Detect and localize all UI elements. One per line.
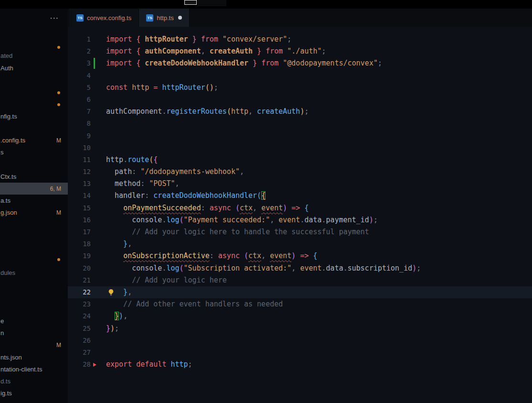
sidebar-item[interactable]: g.jsonM bbox=[0, 207, 68, 218]
sidebar-item-label: d.ts bbox=[0, 378, 11, 385]
modified-dot-icon bbox=[57, 103, 60, 106]
gutter-glyph-margin bbox=[91, 359, 106, 370]
code-line-21[interactable]: 21 // Add your logic here bbox=[68, 274, 532, 286]
sidebar-item[interactable]: s bbox=[0, 146, 68, 158]
line-number[interactable]: 6 bbox=[68, 94, 91, 106]
code-line-16[interactable]: 16 console.log("Payment succeeded:", eve… bbox=[68, 214, 532, 226]
line-number[interactable]: 15 bbox=[68, 202, 91, 214]
line-number[interactable]: 1 bbox=[68, 33, 91, 45]
line-number[interactable]: 18 bbox=[68, 238, 91, 250]
line-number[interactable]: 28 bbox=[68, 359, 91, 370]
line-number[interactable]: 9 bbox=[68, 130, 91, 142]
line-number[interactable]: 13 bbox=[68, 178, 91, 190]
line-number[interactable]: 26 bbox=[68, 335, 91, 347]
git-status-badge: M bbox=[56, 342, 61, 349]
code-line-25[interactable]: 25}); bbox=[68, 323, 532, 335]
line-number[interactable]: 25 bbox=[68, 323, 91, 335]
gutter-glyph-margin bbox=[91, 142, 106, 154]
line-number[interactable]: 3 bbox=[68, 57, 91, 69]
line-number[interactable]: 4 bbox=[68, 70, 91, 82]
code-line-26[interactable]: 26 bbox=[68, 335, 532, 347]
code-token: createAuth bbox=[257, 107, 300, 116]
line-number[interactable]: 17 bbox=[68, 226, 91, 238]
sidebar-item[interactable]: d.ts bbox=[0, 375, 68, 387]
line-number[interactable]: 2 bbox=[68, 45, 91, 57]
lightbulb-icon[interactable] bbox=[107, 289, 115, 296]
gutter-glyph-margin bbox=[91, 262, 106, 274]
tab-http.ts[interactable]: TShttp.ts bbox=[139, 9, 189, 27]
line-number[interactable]: 19 bbox=[68, 250, 91, 262]
sidebar-item[interactable]: ntation-client.ts bbox=[0, 363, 68, 375]
code-token: path bbox=[106, 167, 132, 176]
code-line-7[interactable]: 7authComponent.registerRoutes(http, crea… bbox=[68, 106, 532, 118]
code-token: ; bbox=[416, 264, 421, 272]
sidebar-item[interactable]: a.ts bbox=[0, 195, 68, 207]
code-text: import { createDodoWebhookHandler } from… bbox=[106, 57, 382, 69]
line-number[interactable]: 24 bbox=[68, 310, 91, 322]
line-number[interactable]: 16 bbox=[68, 214, 91, 226]
code-line-4[interactable]: 4 bbox=[68, 70, 532, 82]
sidebar-item[interactable]: e bbox=[0, 315, 68, 327]
code-line-1[interactable]: 1import { httpRouter } from "convex/serv… bbox=[68, 33, 532, 45]
code-line-8[interactable]: 8 bbox=[68, 118, 532, 130]
sidebar-item-label: n bbox=[0, 329, 4, 337]
line-number[interactable]: 7 bbox=[68, 106, 91, 118]
titlebar-control[interactable] bbox=[184, 0, 197, 5]
sidebar-item[interactable]: dules bbox=[0, 267, 68, 279]
sidebar-item[interactable]: nfig.ts bbox=[0, 110, 68, 122]
code-line-6[interactable]: 6 bbox=[68, 94, 532, 106]
code-token: log bbox=[166, 216, 179, 224]
code-token: createDodoWebhookHandler bbox=[153, 191, 257, 200]
code-line-19[interactable]: 19 onSubscriptionActive: async (ctx, eve… bbox=[68, 250, 532, 262]
code-token: () bbox=[205, 83, 214, 92]
sidebar-item[interactable]: nts.json bbox=[0, 351, 68, 363]
code-line-5[interactable]: 5const http = httpRouter(); bbox=[68, 82, 532, 94]
sidebar-item[interactable]: 6, M bbox=[0, 183, 68, 195]
sidebar-item[interactable]: ig.ts bbox=[0, 387, 68, 399]
sidebar-item[interactable]: n bbox=[0, 327, 68, 339]
code-line-23[interactable]: 23 // Add other event handlers as needed bbox=[68, 298, 532, 310]
code-line-28[interactable]: 28export default http; bbox=[68, 359, 532, 370]
code-line-13[interactable]: 13 method: "POST", bbox=[68, 178, 532, 190]
code-line-11[interactable]: 11http.route({ bbox=[68, 154, 532, 166]
code-line-10[interactable]: 10 bbox=[68, 142, 532, 154]
code-line-18[interactable]: 18 }, bbox=[68, 238, 532, 250]
code-line-9[interactable]: 9 bbox=[68, 130, 532, 142]
code-line-22[interactable]: 22 }, bbox=[68, 286, 532, 298]
code-token: "Subscription activated:" bbox=[184, 264, 292, 272]
code-token: method bbox=[106, 179, 140, 188]
line-number[interactable]: 27 bbox=[68, 347, 91, 359]
sidebar-item[interactable]: Auth bbox=[0, 62, 68, 74]
code-line-20[interactable]: 20 console.log("Subscription activated:"… bbox=[68, 262, 532, 274]
tab-convex.config.ts[interactable]: TSconvex.config.ts bbox=[69, 9, 139, 27]
line-number[interactable]: 22 bbox=[68, 286, 91, 298]
code-line-17[interactable]: 17 // Add your logic here to handle the … bbox=[68, 226, 532, 238]
line-number[interactable]: 11 bbox=[68, 154, 91, 166]
code-line-3[interactable]: 3import { createDodoWebhookHandler } fro… bbox=[68, 57, 532, 69]
line-number[interactable]: 8 bbox=[68, 118, 91, 130]
code-line-14[interactable]: 14 handler: createDodoWebhookHandler({ bbox=[68, 190, 532, 202]
line-number[interactable]: 12 bbox=[68, 166, 91, 178]
more-actions-icon[interactable]: ⋯ bbox=[50, 12, 59, 23]
line-number[interactable]: 5 bbox=[68, 82, 91, 94]
code-line-24[interactable]: 24 }), bbox=[68, 310, 532, 322]
sidebar-item[interactable]: ated bbox=[0, 50, 68, 62]
code-text: onSubscriptionActive: async (ctx, event)… bbox=[106, 250, 318, 262]
code-line-12[interactable]: 12 path: "/dodopayments-webhook", bbox=[68, 166, 532, 178]
code-token: } bbox=[188, 35, 201, 44]
sidebar-item[interactable]: M bbox=[0, 339, 68, 351]
line-number[interactable]: 23 bbox=[68, 298, 91, 310]
gutter-glyph-margin bbox=[91, 190, 106, 202]
sidebar-item[interactable]: Ctx.ts bbox=[0, 171, 68, 183]
line-number[interactable]: 14 bbox=[68, 190, 91, 202]
code-line-15[interactable]: 15 onPaymentSucceeded: async (ctx, event… bbox=[68, 202, 532, 214]
code-token: subscription_id bbox=[348, 264, 412, 272]
modified-dot-icon bbox=[57, 46, 60, 49]
line-number[interactable]: 20 bbox=[68, 262, 91, 274]
line-number[interactable]: 10 bbox=[68, 142, 91, 154]
code-line-27[interactable]: 27 bbox=[68, 347, 532, 359]
line-number[interactable]: 21 bbox=[68, 274, 91, 286]
editor-group: TSconvex.config.tsTShttp.ts 1import { ht… bbox=[68, 9, 532, 403]
code-line-2[interactable]: 2import { authComponent, createAuth } fr… bbox=[68, 45, 532, 57]
sidebar-item[interactable]: .config.tsM bbox=[0, 134, 68, 146]
